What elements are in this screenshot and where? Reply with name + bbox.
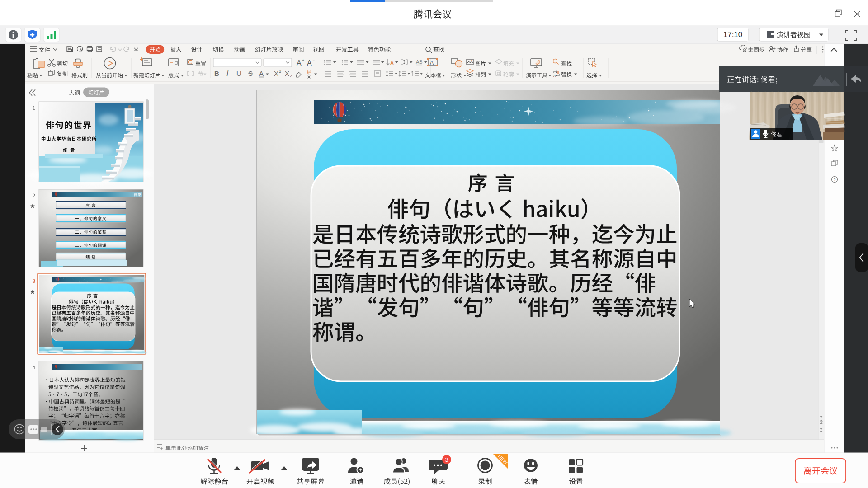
svg-text:B: B <box>214 70 219 77</box>
svg-text:X: X <box>285 70 289 77</box>
svg-text:A: A <box>307 59 312 67</box>
svg-text:A: A <box>430 60 434 66</box>
svg-text:2: 2 <box>279 69 281 74</box>
svg-text:AB: AB <box>416 59 423 65</box>
svg-text:3: 3 <box>445 456 448 463</box>
svg-text:B: B <box>557 70 559 75</box>
svg-text:2: 2 <box>290 74 292 78</box>
svg-text:U: U <box>236 70 241 77</box>
svg-text:A: A <box>259 70 264 77</box>
svg-text:?: ? <box>833 178 835 182</box>
svg-text:17:10: 17:10 <box>723 30 743 39</box>
svg-text:A: A <box>297 59 302 67</box>
svg-text:−: − <box>312 58 315 63</box>
svg-text:A: A <box>390 60 394 66</box>
svg-text:A: A <box>553 74 556 78</box>
svg-text:X: X <box>274 70 278 77</box>
svg-text:+: + <box>302 58 304 63</box>
svg-text:I: I <box>226 70 229 77</box>
